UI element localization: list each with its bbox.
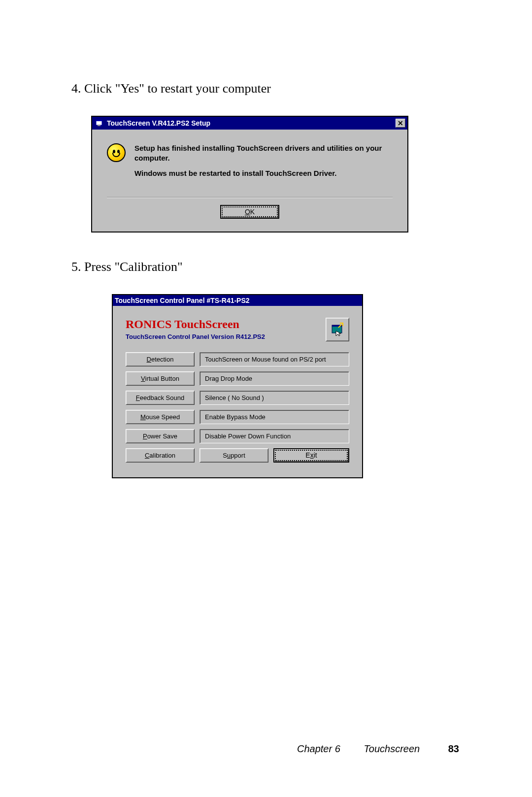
detection-value: TouchScreen or Mouse found on PS/2 port bbox=[200, 352, 349, 366]
mouse-speed-value: Enable Bypass Mode bbox=[200, 410, 349, 424]
mouse-speed-button[interactable]: Mouse Speed bbox=[126, 410, 195, 424]
footer-chapter: Chapter 6 bbox=[297, 743, 340, 754]
touchscreen-icon bbox=[326, 318, 349, 341]
cp-titlebar: TouchScreen Control Panel #TS-R41-PS2 bbox=[113, 295, 362, 306]
row-power-save: Power Save Disable Power Down Function bbox=[126, 429, 349, 443]
setup-dialog: TouchScreen V.R412.PS2 Setup ✕ Setup has… bbox=[91, 116, 408, 232]
row-virtual-button: Virtual Button Drag Drop Mode bbox=[126, 371, 349, 386]
cp-title: TouchScreen Control Panel #TS-R41-PS2 bbox=[115, 297, 360, 304]
support-button[interactable]: Support bbox=[200, 448, 268, 463]
step-4-text: 4. Click "Yes" to restart your computer bbox=[71, 81, 461, 96]
footer-page-number: 83 bbox=[448, 743, 459, 754]
calibration-button[interactable]: Calibration bbox=[126, 448, 195, 463]
detection-button[interactable]: Detection bbox=[126, 352, 195, 366]
brand-title: RONICS TouchScreen bbox=[126, 318, 265, 331]
feedback-sound-button[interactable]: Feedback Sound bbox=[126, 391, 195, 405]
row-detection: Detection TouchScreen or Mouse found on … bbox=[126, 352, 349, 366]
control-panel-dialog: TouchScreen Control Panel #TS-R41-PS2 RO… bbox=[112, 294, 363, 478]
virtual-button-value: Drag Drop Mode bbox=[200, 371, 349, 386]
ok-button[interactable]: OK bbox=[220, 205, 279, 219]
brand-subtitle: TouchScreen Control Panel Version R412.P… bbox=[126, 333, 265, 340]
setup-app-icon bbox=[94, 118, 104, 128]
svg-rect-1 bbox=[96, 120, 102, 121]
virtual-button-button[interactable]: Virtual Button bbox=[126, 371, 195, 386]
power-save-value: Disable Power Down Function bbox=[200, 429, 349, 443]
exit-button[interactable]: Exit bbox=[273, 448, 349, 463]
svg-rect-2 bbox=[98, 125, 100, 126]
setup-message: Setup has finished installing TouchScree… bbox=[134, 143, 393, 183]
setup-titlebar: TouchScreen V.R412.PS2 Setup ✕ bbox=[92, 117, 407, 130]
footer-title: Touchscreen bbox=[364, 743, 420, 754]
feedback-sound-value: Silence ( No Sound ) bbox=[200, 391, 349, 405]
step-5-text: 5. Press "Calibration" bbox=[71, 260, 461, 274]
row-mouse-speed: Mouse Speed Enable Bypass Mode bbox=[126, 410, 349, 424]
close-icon[interactable]: ✕ bbox=[396, 119, 405, 128]
setup-title: TouchScreen V.R412.PS2 Setup bbox=[107, 119, 396, 127]
page-footer: Chapter 6 Touchscreen 83 bbox=[0, 743, 532, 755]
smiley-icon bbox=[107, 143, 126, 162]
row-feedback-sound: Feedback Sound Silence ( No Sound ) bbox=[126, 391, 349, 405]
power-save-button[interactable]: Power Save bbox=[126, 429, 195, 443]
